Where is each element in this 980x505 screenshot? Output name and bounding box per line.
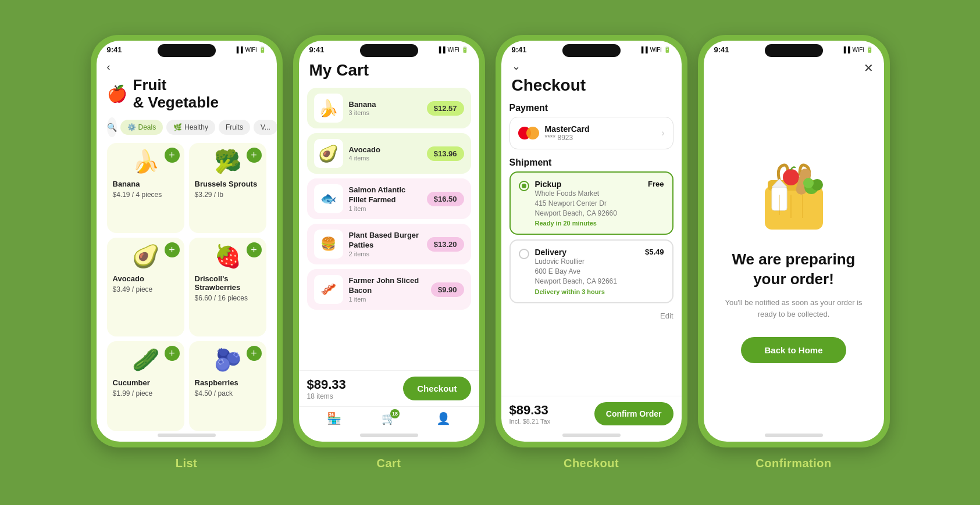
checkout-button[interactable]: Checkout (403, 377, 471, 400)
brussels-name: Brussels Sprouts (195, 180, 261, 188)
close-button[interactable]: ✕ (864, 61, 874, 75)
avocado-price: $13.96 (427, 146, 464, 161)
raspberries-name: Raspberries (195, 378, 261, 387)
list-item: + 🫐 Raspberries $4.50 / pack (189, 341, 266, 431)
checkout-content-area: ⌄ Checkout Payment (501, 56, 682, 442)
cart-screen-wrapper: 9:41 ▐▐ WiFi 🔋 My Cart 🍌 (293, 35, 485, 470)
card-number: **** 8923 (545, 134, 590, 142)
pickup-info: Pickup Whole Foods Market 415 Newport Ce… (535, 180, 643, 227)
add-cucumber-button[interactable]: + (165, 346, 180, 361)
checkout-total: $89.33 Incl. $8.21 Tax (509, 403, 551, 425)
payment-details: MasterCard **** 8923 (545, 124, 590, 142)
conf-main: We are preparing your order! You'll be n… (704, 77, 884, 431)
back-to-home-button[interactable]: Back to Home (741, 337, 846, 363)
banana-name: Banana (113, 180, 179, 188)
search-button[interactable]: 🔍 (107, 117, 117, 137)
cart-time: 9:41 (309, 45, 325, 54)
mastercard-logo (518, 126, 539, 140)
deals-filter[interactable]: ⚙️ Deals (120, 120, 163, 135)
add-banana-button[interactable]: + (165, 148, 180, 163)
add-avocado-button[interactable]: + (165, 242, 180, 257)
cart-item: 🍌 Banana 3 items $12.57 (307, 88, 471, 128)
cart-item: 🐟 Salmon Atlantic Fillet Farmed 1 item $… (307, 178, 471, 219)
banana-price: $4.19 / 4 pieces (113, 191, 179, 199)
list-item: + 🥒 Cucumber $1.99 / piece (107, 341, 184, 431)
bacon-img: 🥓 (314, 275, 343, 304)
add-brussels-button[interactable]: + (247, 148, 262, 163)
more-filter[interactable]: V... (254, 120, 277, 135)
home-indicator (562, 434, 621, 437)
shipment-options: Pickup Whole Foods Market 415 Newport Ce… (509, 171, 673, 323)
cart-content: My Cart 🍌 Banana 3 items $12.57 🥑 (299, 56, 479, 442)
pickup-row: Pickup Whole Foods Market 415 Newport Ce… (519, 180, 664, 227)
notch (562, 44, 621, 57)
cart-phone: 9:41 ▐▐ WiFi 🔋 My Cart 🍌 (293, 35, 485, 447)
pickup-option[interactable]: Pickup Whole Foods Market 415 Newport Ce… (509, 171, 673, 235)
list-time: 9:41 (107, 45, 122, 54)
conf-header: ✕ (704, 56, 884, 77)
strawberries-name: Driscoll's Strawberries (195, 274, 261, 292)
salmon-img: 🐟 (314, 184, 343, 213)
list-item: + 🍌 Banana $4.19 / 4 pieces (107, 143, 184, 233)
nav-cart[interactable]: 🛒 18 (382, 411, 396, 425)
cart-total-amount: $89.33 (307, 377, 346, 392)
checkout-total-amount: $89.33 (509, 403, 551, 418)
nav-store[interactable]: 🏪 (327, 411, 341, 425)
list-item: + 🥦 Brussels Sprouts $3.29 / lb (189, 143, 266, 233)
add-raspberries-button[interactable]: + (247, 346, 262, 361)
back-button[interactable]: ‹ (107, 61, 266, 73)
confirmation-content: ✕ (704, 56, 884, 442)
payment-left: MasterCard **** 8923 (518, 124, 590, 142)
product-grid: + 🍌 Banana $4.19 / 4 pieces + 🥦 Brussels… (97, 143, 277, 431)
home-indicator (360, 434, 418, 437)
notch (158, 44, 216, 57)
cucumber-name: Cucumber (113, 378, 179, 387)
nav-profile[interactable]: 👤 (436, 411, 451, 425)
payment-section-title: Payment (509, 103, 673, 113)
svg-point-2 (783, 169, 799, 185)
list-phone: 9:41 ▐▐ WiFi 🔋 ‹ 🍎 Fruit (91, 35, 283, 447)
burger-price: $13.20 (427, 237, 464, 252)
checkout-footer: $89.33 Incl. $8.21 Tax Confirm Order (501, 396, 682, 431)
filter-row: 🔍 ⚙️ Deals 🌿 Healthy Fruits V... (97, 117, 277, 143)
delivery-info: Delivery Ludovic Roullier 600 E Bay Ave … (535, 248, 639, 295)
pickup-radio (519, 181, 529, 191)
confirm-order-button[interactable]: Confirm Order (594, 402, 673, 425)
cart-status-icons: ▐▐ WiFi 🔋 (437, 46, 468, 53)
payment-section: Payment MasterCard **** 8923 (509, 103, 673, 149)
burger-img: 🍔 (314, 230, 343, 259)
bacon-info: Farmer John Sliced Bacon 1 item (349, 276, 425, 303)
status-icons: ▐▐ WiFi 🔋 (234, 46, 266, 53)
bottom-nav: 🏪 🛒 18 👤 (299, 406, 479, 431)
avocado-name: Avocado (113, 274, 179, 283)
home-indicator (158, 434, 216, 437)
delivery-ready: Delivery within 3 hours (535, 288, 639, 295)
salmon-info: Salmon Atlantic Fillet Farmed 1 item (349, 185, 421, 212)
chevron-down-icon[interactable]: ⌄ (512, 60, 671, 73)
confirmation-screen-wrapper: 9:41 ▐▐ WiFi 🔋 ✕ (698, 35, 890, 470)
edit-button[interactable]: Edit (660, 311, 673, 320)
cart-total-items: 18 items (307, 392, 346, 400)
avocado-price: $3.49 / piece (113, 285, 179, 293)
healthy-filter[interactable]: 🌿 Healthy (166, 120, 215, 135)
shipment-section-title: Shipment (509, 157, 673, 168)
cart-item: 🥑 Avocado 4 items $13.96 (307, 133, 471, 174)
checkout-sections: Payment MasterCard **** 8923 (501, 103, 682, 396)
cart-header: My Cart (299, 56, 479, 88)
grocery-bag-illustration (747, 145, 840, 238)
payment-card[interactable]: MasterCard **** 8923 › (509, 117, 673, 149)
edit-row: Edit (509, 308, 673, 323)
fruits-filter[interactable]: Fruits (219, 120, 250, 135)
delivery-radio (519, 249, 529, 259)
pickup-ready: Ready in 20 minutes (535, 220, 643, 227)
delivery-option[interactable]: Delivery Ludovic Roullier 600 E Bay Ave … (509, 239, 673, 303)
list-screen-wrapper: 9:41 ▐▐ WiFi 🔋 ‹ 🍎 Fruit (91, 35, 283, 470)
add-strawberries-button[interactable]: + (247, 242, 262, 257)
delivery-label: Delivery (535, 248, 639, 257)
banana-info: Banana 3 items (349, 100, 421, 117)
banana-price: $12.57 (427, 101, 464, 116)
confirmation-screen-label: Confirmation (756, 457, 831, 470)
avocado-info: Avocado 4 items (349, 145, 421, 162)
checkout-tax: Incl. $8.21 Tax (509, 418, 551, 425)
home-indicator (765, 434, 823, 437)
